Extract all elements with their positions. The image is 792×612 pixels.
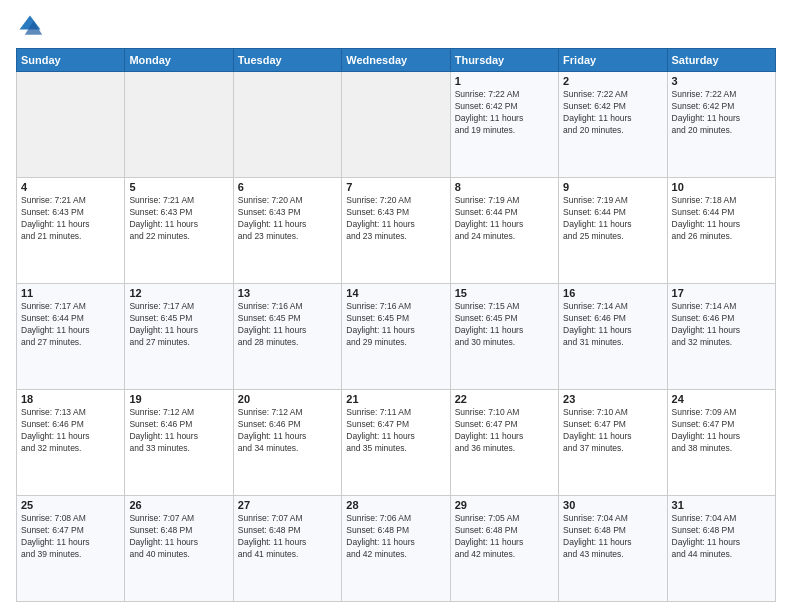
weekday-monday: Monday bbox=[125, 49, 233, 72]
day-number: 3 bbox=[672, 75, 771, 87]
calendar-cell: 25Sunrise: 7:08 AM Sunset: 6:47 PM Dayli… bbox=[17, 496, 125, 602]
day-info: Sunrise: 7:10 AM Sunset: 6:47 PM Dayligh… bbox=[563, 407, 662, 455]
day-number: 31 bbox=[672, 499, 771, 511]
day-info: Sunrise: 7:16 AM Sunset: 6:45 PM Dayligh… bbox=[238, 301, 337, 349]
day-info: Sunrise: 7:21 AM Sunset: 6:43 PM Dayligh… bbox=[21, 195, 120, 243]
day-number: 21 bbox=[346, 393, 445, 405]
day-number: 15 bbox=[455, 287, 554, 299]
calendar-week-2: 4Sunrise: 7:21 AM Sunset: 6:43 PM Daylig… bbox=[17, 178, 776, 284]
day-number: 7 bbox=[346, 181, 445, 193]
calendar-cell: 9Sunrise: 7:19 AM Sunset: 6:44 PM Daylig… bbox=[559, 178, 667, 284]
day-number: 28 bbox=[346, 499, 445, 511]
day-info: Sunrise: 7:04 AM Sunset: 6:48 PM Dayligh… bbox=[672, 513, 771, 561]
day-info: Sunrise: 7:19 AM Sunset: 6:44 PM Dayligh… bbox=[563, 195, 662, 243]
day-number: 5 bbox=[129, 181, 228, 193]
day-info: Sunrise: 7:16 AM Sunset: 6:45 PM Dayligh… bbox=[346, 301, 445, 349]
calendar-cell bbox=[342, 72, 450, 178]
day-number: 22 bbox=[455, 393, 554, 405]
day-info: Sunrise: 7:05 AM Sunset: 6:48 PM Dayligh… bbox=[455, 513, 554, 561]
calendar-cell: 3Sunrise: 7:22 AM Sunset: 6:42 PM Daylig… bbox=[667, 72, 775, 178]
day-info: Sunrise: 7:15 AM Sunset: 6:45 PM Dayligh… bbox=[455, 301, 554, 349]
calendar-cell: 26Sunrise: 7:07 AM Sunset: 6:48 PM Dayli… bbox=[125, 496, 233, 602]
calendar-cell: 28Sunrise: 7:06 AM Sunset: 6:48 PM Dayli… bbox=[342, 496, 450, 602]
logo-icon bbox=[16, 12, 44, 40]
calendar-cell: 7Sunrise: 7:20 AM Sunset: 6:43 PM Daylig… bbox=[342, 178, 450, 284]
calendar-cell: 6Sunrise: 7:20 AM Sunset: 6:43 PM Daylig… bbox=[233, 178, 341, 284]
day-info: Sunrise: 7:20 AM Sunset: 6:43 PM Dayligh… bbox=[238, 195, 337, 243]
day-number: 25 bbox=[21, 499, 120, 511]
day-info: Sunrise: 7:22 AM Sunset: 6:42 PM Dayligh… bbox=[455, 89, 554, 137]
calendar-week-5: 25Sunrise: 7:08 AM Sunset: 6:47 PM Dayli… bbox=[17, 496, 776, 602]
day-info: Sunrise: 7:22 AM Sunset: 6:42 PM Dayligh… bbox=[672, 89, 771, 137]
calendar-cell: 10Sunrise: 7:18 AM Sunset: 6:44 PM Dayli… bbox=[667, 178, 775, 284]
weekday-wednesday: Wednesday bbox=[342, 49, 450, 72]
calendar-body: 1Sunrise: 7:22 AM Sunset: 6:42 PM Daylig… bbox=[17, 72, 776, 602]
day-number: 8 bbox=[455, 181, 554, 193]
header bbox=[16, 12, 776, 40]
day-number: 26 bbox=[129, 499, 228, 511]
day-number: 29 bbox=[455, 499, 554, 511]
day-info: Sunrise: 7:14 AM Sunset: 6:46 PM Dayligh… bbox=[563, 301, 662, 349]
weekday-header-row: SundayMondayTuesdayWednesdayThursdayFrid… bbox=[17, 49, 776, 72]
calendar-week-4: 18Sunrise: 7:13 AM Sunset: 6:46 PM Dayli… bbox=[17, 390, 776, 496]
day-number: 30 bbox=[563, 499, 662, 511]
day-number: 12 bbox=[129, 287, 228, 299]
day-number: 13 bbox=[238, 287, 337, 299]
calendar-cell: 19Sunrise: 7:12 AM Sunset: 6:46 PM Dayli… bbox=[125, 390, 233, 496]
day-number: 9 bbox=[563, 181, 662, 193]
calendar-week-1: 1Sunrise: 7:22 AM Sunset: 6:42 PM Daylig… bbox=[17, 72, 776, 178]
calendar-cell: 30Sunrise: 7:04 AM Sunset: 6:48 PM Dayli… bbox=[559, 496, 667, 602]
day-info: Sunrise: 7:04 AM Sunset: 6:48 PM Dayligh… bbox=[563, 513, 662, 561]
day-number: 16 bbox=[563, 287, 662, 299]
calendar-table: SundayMondayTuesdayWednesdayThursdayFrid… bbox=[16, 48, 776, 602]
calendar-cell: 8Sunrise: 7:19 AM Sunset: 6:44 PM Daylig… bbox=[450, 178, 558, 284]
calendar-cell bbox=[125, 72, 233, 178]
calendar-cell: 17Sunrise: 7:14 AM Sunset: 6:46 PM Dayli… bbox=[667, 284, 775, 390]
day-info: Sunrise: 7:12 AM Sunset: 6:46 PM Dayligh… bbox=[129, 407, 228, 455]
calendar-cell bbox=[233, 72, 341, 178]
weekday-saturday: Saturday bbox=[667, 49, 775, 72]
calendar-cell: 15Sunrise: 7:15 AM Sunset: 6:45 PM Dayli… bbox=[450, 284, 558, 390]
day-info: Sunrise: 7:19 AM Sunset: 6:44 PM Dayligh… bbox=[455, 195, 554, 243]
calendar-cell: 5Sunrise: 7:21 AM Sunset: 6:43 PM Daylig… bbox=[125, 178, 233, 284]
day-number: 1 bbox=[455, 75, 554, 87]
day-number: 23 bbox=[563, 393, 662, 405]
day-info: Sunrise: 7:18 AM Sunset: 6:44 PM Dayligh… bbox=[672, 195, 771, 243]
day-number: 4 bbox=[21, 181, 120, 193]
calendar-header: SundayMondayTuesdayWednesdayThursdayFrid… bbox=[17, 49, 776, 72]
day-number: 11 bbox=[21, 287, 120, 299]
day-info: Sunrise: 7:21 AM Sunset: 6:43 PM Dayligh… bbox=[129, 195, 228, 243]
day-number: 6 bbox=[238, 181, 337, 193]
calendar-cell: 11Sunrise: 7:17 AM Sunset: 6:44 PM Dayli… bbox=[17, 284, 125, 390]
calendar-cell: 18Sunrise: 7:13 AM Sunset: 6:46 PM Dayli… bbox=[17, 390, 125, 496]
day-info: Sunrise: 7:07 AM Sunset: 6:48 PM Dayligh… bbox=[129, 513, 228, 561]
logo bbox=[16, 12, 48, 40]
day-info: Sunrise: 7:10 AM Sunset: 6:47 PM Dayligh… bbox=[455, 407, 554, 455]
day-info: Sunrise: 7:14 AM Sunset: 6:46 PM Dayligh… bbox=[672, 301, 771, 349]
day-info: Sunrise: 7:13 AM Sunset: 6:46 PM Dayligh… bbox=[21, 407, 120, 455]
calendar-cell: 2Sunrise: 7:22 AM Sunset: 6:42 PM Daylig… bbox=[559, 72, 667, 178]
day-info: Sunrise: 7:09 AM Sunset: 6:47 PM Dayligh… bbox=[672, 407, 771, 455]
day-info: Sunrise: 7:12 AM Sunset: 6:46 PM Dayligh… bbox=[238, 407, 337, 455]
calendar-cell: 24Sunrise: 7:09 AM Sunset: 6:47 PM Dayli… bbox=[667, 390, 775, 496]
calendar-week-3: 11Sunrise: 7:17 AM Sunset: 6:44 PM Dayli… bbox=[17, 284, 776, 390]
weekday-sunday: Sunday bbox=[17, 49, 125, 72]
calendar-cell: 16Sunrise: 7:14 AM Sunset: 6:46 PM Dayli… bbox=[559, 284, 667, 390]
day-info: Sunrise: 7:06 AM Sunset: 6:48 PM Dayligh… bbox=[346, 513, 445, 561]
weekday-tuesday: Tuesday bbox=[233, 49, 341, 72]
calendar-cell: 12Sunrise: 7:17 AM Sunset: 6:45 PM Dayli… bbox=[125, 284, 233, 390]
calendar-cell: 21Sunrise: 7:11 AM Sunset: 6:47 PM Dayli… bbox=[342, 390, 450, 496]
calendar-cell: 22Sunrise: 7:10 AM Sunset: 6:47 PM Dayli… bbox=[450, 390, 558, 496]
day-info: Sunrise: 7:07 AM Sunset: 6:48 PM Dayligh… bbox=[238, 513, 337, 561]
day-number: 18 bbox=[21, 393, 120, 405]
calendar-cell: 31Sunrise: 7:04 AM Sunset: 6:48 PM Dayli… bbox=[667, 496, 775, 602]
day-number: 10 bbox=[672, 181, 771, 193]
page: SundayMondayTuesdayWednesdayThursdayFrid… bbox=[0, 0, 792, 612]
day-info: Sunrise: 7:22 AM Sunset: 6:42 PM Dayligh… bbox=[563, 89, 662, 137]
day-info: Sunrise: 7:11 AM Sunset: 6:47 PM Dayligh… bbox=[346, 407, 445, 455]
day-number: 14 bbox=[346, 287, 445, 299]
day-number: 17 bbox=[672, 287, 771, 299]
day-info: Sunrise: 7:17 AM Sunset: 6:44 PM Dayligh… bbox=[21, 301, 120, 349]
day-info: Sunrise: 7:08 AM Sunset: 6:47 PM Dayligh… bbox=[21, 513, 120, 561]
weekday-thursday: Thursday bbox=[450, 49, 558, 72]
